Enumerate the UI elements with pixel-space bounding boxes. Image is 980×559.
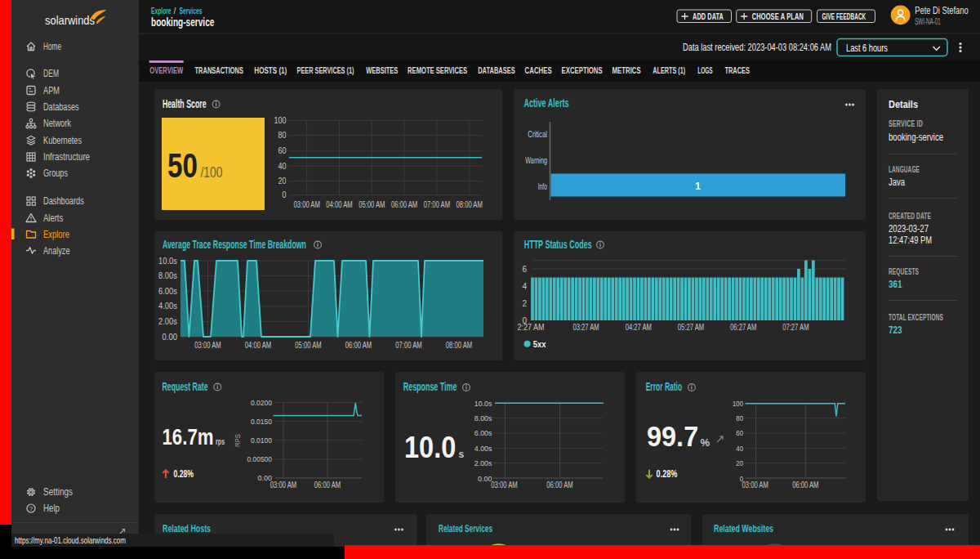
svg-text:06:00 AM: 06:00 AM <box>546 481 572 490</box>
svg-text:Health Score: Health Score <box>163 97 207 110</box>
svg-text:Pete Di Stefano: Pete Di Stefano <box>915 5 969 16</box>
svg-text:Groups: Groups <box>43 168 68 179</box>
svg-text:Help: Help <box>43 503 60 514</box>
svg-text:0: 0 <box>283 190 287 199</box>
svg-text:Explore: Explore <box>151 6 172 16</box>
svg-text:0.0100: 0.0100 <box>251 436 273 445</box>
svg-text:07:00 AM: 07:00 AM <box>424 200 450 209</box>
svg-text:4.00s: 4.00s <box>158 302 177 311</box>
svg-text:DEM: DEM <box>43 68 59 79</box>
svg-text:s: s <box>459 449 465 460</box>
svg-text:05:27 AM: 05:27 AM <box>678 323 704 332</box>
svg-text:OVERVIEW: OVERVIEW <box>149 65 183 75</box>
svg-text:04:27 AM: 04:27 AM <box>626 323 652 332</box>
svg-text:/100: /100 <box>201 163 223 181</box>
svg-text:Critical: Critical <box>528 129 547 139</box>
svg-text:03:00 AM: 03:00 AM <box>491 481 517 490</box>
svg-text:03:00 AM: 03:00 AM <box>294 200 320 209</box>
svg-text:CACHES: CACHES <box>525 65 552 75</box>
svg-text:RPS: RPS <box>233 434 242 447</box>
svg-text:100: 100 <box>733 399 743 408</box>
svg-text:Response Time: Response Time <box>403 380 457 393</box>
svg-text:EXCEPTIONS: EXCEPTIONS <box>562 65 603 75</box>
svg-text:8.00s: 8.00s <box>158 271 177 280</box>
svg-text:723: 723 <box>889 324 902 336</box>
svg-text:/: / <box>174 6 176 16</box>
svg-text:100: 100 <box>274 116 287 125</box>
svg-text:ADD DATA: ADD DATA <box>693 11 724 21</box>
svg-text:Related Websites: Related Websites <box>714 522 773 534</box>
svg-text:5xx: 5xx <box>533 339 547 349</box>
svg-text:06:00 AM: 06:00 AM <box>391 200 417 209</box>
svg-text:6: 6 <box>522 265 527 274</box>
svg-text:2.00s: 2.00s <box>158 317 177 326</box>
svg-text:06:00 AM: 06:00 AM <box>314 481 341 490</box>
svg-text:0.0200: 0.0200 <box>251 398 273 407</box>
svg-text:HTTP Status Codes: HTTP Status Codes <box>524 238 592 251</box>
svg-text:40: 40 <box>278 162 287 171</box>
svg-text:12:47:49 PM: 12:47:49 PM <box>889 235 932 246</box>
svg-text:2: 2 <box>522 299 527 308</box>
svg-text:16.7m: 16.7m <box>162 425 213 449</box>
svg-text:80: 80 <box>736 414 743 423</box>
svg-text:60: 60 <box>278 146 287 155</box>
svg-text:Settings: Settings <box>43 486 73 498</box>
svg-text:GIVE FEEDBACK: GIVE FEEDBACK <box>822 11 866 21</box>
svg-text:1: 1 <box>695 181 701 192</box>
svg-text:07:00 AM: 07:00 AM <box>395 341 421 350</box>
svg-text:361: 361 <box>889 279 902 290</box>
svg-text:0.00500: 0.00500 <box>247 454 273 463</box>
svg-text:HOSTS (1): HOSTS (1) <box>254 65 287 75</box>
svg-text:Infrastructure: Infrastructure <box>43 151 90 163</box>
svg-text:https://my.na-01.cloud.solarwi: https://my.na-01.cloud.solarwinds.com <box>15 535 126 545</box>
svg-text:03:00 AM: 03:00 AM <box>742 481 768 490</box>
svg-text:METRICS: METRICS <box>612 65 641 75</box>
svg-text:4.00s: 4.00s <box>474 444 492 453</box>
svg-text:?: ? <box>29 505 33 512</box>
svg-text:07:27 AM: 07:27 AM <box>782 323 808 332</box>
svg-text:Services: Services <box>180 6 203 16</box>
svg-text:PEER SERVICES (1): PEER SERVICES (1) <box>297 65 354 75</box>
svg-text:50: 50 <box>167 146 198 185</box>
svg-text:05:00 AM: 05:00 AM <box>359 200 385 209</box>
svg-text:Request Rate: Request Rate <box>162 380 207 393</box>
svg-text:06:00 AM: 06:00 AM <box>345 341 372 350</box>
svg-text:%: % <box>701 436 710 449</box>
svg-text:Java: Java <box>889 177 905 188</box>
svg-text:Data last received: 2023-04-03: Data last received: 2023-04-03 08:24:06 … <box>683 42 831 53</box>
svg-text:Details: Details <box>889 98 918 110</box>
svg-text:Explore: Explore <box>43 229 69 240</box>
svg-text:06:00 AM: 06:00 AM <box>792 481 818 490</box>
svg-text:solarwinds: solarwinds <box>45 14 95 27</box>
svg-text:Last 6 hours: Last 6 hours <box>846 42 888 54</box>
svg-text:60: 60 <box>736 428 743 437</box>
svg-text:6.00s: 6.00s <box>158 287 177 296</box>
svg-text:0.28%: 0.28% <box>657 468 678 480</box>
svg-text:LANGUAGE: LANGUAGE <box>889 165 920 174</box>
svg-text:LOGS: LOGS <box>697 65 713 75</box>
svg-text:rps: rps <box>216 437 225 446</box>
svg-text:Alerts: Alerts <box>43 212 63 224</box>
svg-text:08:00 AM: 08:00 AM <box>446 341 472 350</box>
svg-text:99.7: 99.7 <box>647 420 698 452</box>
svg-text:08:00 AM: 08:00 AM <box>457 200 483 209</box>
svg-text:booking-service: booking-service <box>889 132 943 143</box>
svg-text:CREATED DATE: CREATED DATE <box>889 212 931 221</box>
svg-text:20: 20 <box>278 177 287 186</box>
svg-text:Info: Info <box>538 181 547 191</box>
svg-text:APM: APM <box>43 85 60 96</box>
svg-text:Average Trace Response Time Br: Average Trace Response Time Breakdown <box>163 238 306 251</box>
svg-text:TRACES: TRACES <box>724 65 750 75</box>
svg-text:06:27 AM: 06:27 AM <box>730 323 756 332</box>
svg-text:0.00: 0.00 <box>163 333 178 342</box>
svg-text:Active Alerts: Active Alerts <box>523 96 568 110</box>
svg-text:0.28%: 0.28% <box>173 468 194 480</box>
svg-text:05:00 AM: 05:00 AM <box>295 341 321 350</box>
svg-text:REQUESTS: REQUESTS <box>889 267 919 276</box>
svg-text:20: 20 <box>736 458 743 467</box>
svg-text:2.00s: 2.00s <box>474 458 492 467</box>
svg-text:TOTAL EXCEPTIONS: TOTAL EXCEPTIONS <box>889 313 943 322</box>
svg-text:Warning: Warning <box>525 155 547 165</box>
svg-text:Analyze: Analyze <box>43 245 70 257</box>
svg-text:03:27 AM: 03:27 AM <box>572 323 599 332</box>
